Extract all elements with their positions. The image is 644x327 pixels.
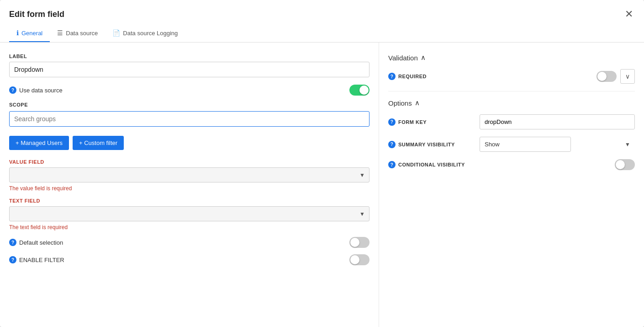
options-chevron-icon: ∧ xyxy=(415,99,420,107)
default-selection-help-icon[interactable]: ? xyxy=(9,239,16,246)
form-key-input[interactable] xyxy=(480,114,635,129)
text-field-error: The text field is required xyxy=(9,224,370,231)
edit-form-field-modal: Edit form field ✕ ℹ General ☰ Data sourc… xyxy=(0,0,644,327)
conditional-visibility-row: ? CONDITIONAL VISIBILITY xyxy=(388,159,635,170)
summary-visibility-caret-icon: ▼ xyxy=(625,141,630,148)
text-field-select[interactable] xyxy=(9,206,370,221)
validation-header[interactable]: Validation ∧ xyxy=(388,54,635,62)
modal-header: Edit form field ✕ xyxy=(0,0,644,21)
conditional-visibility-toggle[interactable] xyxy=(615,159,635,170)
value-field-select-wrap: ▼ xyxy=(9,167,370,182)
scope-section: SCOPE xyxy=(9,102,370,131)
right-panel: Validation ∧ ? REQUIRED ∨ xyxy=(379,43,644,327)
summary-visibility-label: ? SUMMARY VISIBILITY xyxy=(388,141,480,148)
default-selection-label: ? Default selection xyxy=(9,239,63,246)
required-toggle[interactable] xyxy=(596,71,617,82)
label-field-label: LABEL xyxy=(9,54,370,59)
label-section: LABEL xyxy=(9,54,370,77)
enable-filter-row: ? ENABLE FILTER xyxy=(9,254,370,265)
text-field-label: TEXT FIELD xyxy=(9,198,370,204)
tabs-bar: ℹ General ☰ Data source 📄 Data source Lo… xyxy=(0,25,644,43)
use-data-source-toggle[interactable] xyxy=(349,85,370,96)
form-key-control xyxy=(480,114,635,129)
required-controls: ∨ xyxy=(596,69,635,84)
tab-data-source-logging[interactable]: 📄 Data source Logging xyxy=(105,25,185,42)
value-field-error: The value field is required xyxy=(9,185,370,192)
value-field-select[interactable] xyxy=(9,167,370,182)
tab-general[interactable]: ℹ General xyxy=(9,25,50,42)
left-panel: LABEL ? Use data source SCOPE xyxy=(0,43,379,327)
info-icon: ℹ xyxy=(16,29,19,37)
default-selection-row: ? Default selection xyxy=(9,237,370,248)
text-field-section: TEXT FIELD ▼ The text field is required xyxy=(9,198,370,231)
form-key-help-icon[interactable]: ? xyxy=(388,118,396,126)
form-key-label: ? FORM KEY xyxy=(388,118,480,126)
text-field-select-wrap: ▼ xyxy=(9,206,370,221)
conditional-visibility-control xyxy=(480,159,635,170)
scope-label: SCOPE xyxy=(9,102,370,107)
use-data-source-help-icon[interactable]: ? xyxy=(9,86,16,94)
summary-visibility-help-icon[interactable]: ? xyxy=(388,141,396,148)
summary-visibility-row: ? SUMMARY VISIBILITY Show Hide ▼ xyxy=(388,137,635,152)
value-field-label: VALUE FIELD xyxy=(9,159,370,165)
managed-users-button[interactable]: + Managed Users xyxy=(9,136,69,150)
tab-data-source[interactable]: ☰ Data source xyxy=(50,25,105,42)
required-row: ? REQUIRED ∨ xyxy=(388,69,635,91)
required-label: ? REQUIRED xyxy=(388,73,427,80)
search-groups-input[interactable] xyxy=(9,111,370,127)
summary-visibility-select-wrap: Show Hide ▼ xyxy=(480,137,635,152)
custom-filter-button[interactable]: + Custom filter xyxy=(73,136,124,150)
summary-visibility-control: Show Hide ▼ xyxy=(480,137,635,152)
modal-body: LABEL ? Use data source SCOPE xyxy=(0,43,644,327)
modal-title: Edit form field xyxy=(9,10,64,19)
close-button[interactable]: ✕ xyxy=(623,7,635,21)
enable-filter-toggle[interactable] xyxy=(349,254,370,265)
datasource-icon: ☰ xyxy=(57,29,63,37)
use-data-source-label: ? Use data source xyxy=(9,86,63,94)
enable-filter-help-icon[interactable]: ? xyxy=(9,256,16,263)
conditional-visibility-label: ? CONDITIONAL VISIBILITY xyxy=(388,161,480,168)
default-selection-toggle[interactable] xyxy=(349,237,370,248)
scope-buttons: + Managed Users + Custom filter xyxy=(9,136,370,150)
use-data-source-row: ? Use data source xyxy=(9,85,370,96)
enable-filter-label: ? ENABLE FILTER xyxy=(9,256,64,263)
required-help-icon[interactable]: ? xyxy=(388,73,396,80)
conditional-visibility-help-icon[interactable]: ? xyxy=(388,161,396,168)
summary-visibility-select[interactable]: Show Hide xyxy=(480,137,571,152)
label-input[interactable] xyxy=(9,62,370,77)
value-field-section: VALUE FIELD ▼ The value field is require… xyxy=(9,159,370,192)
form-key-row: ? FORM KEY xyxy=(388,114,635,129)
validation-chevron-icon: ∧ xyxy=(421,54,426,62)
datasource-logging-icon: 📄 xyxy=(112,29,120,37)
options-header[interactable]: Options ∧ xyxy=(388,99,635,107)
required-expand-button[interactable]: ∨ xyxy=(620,69,635,84)
